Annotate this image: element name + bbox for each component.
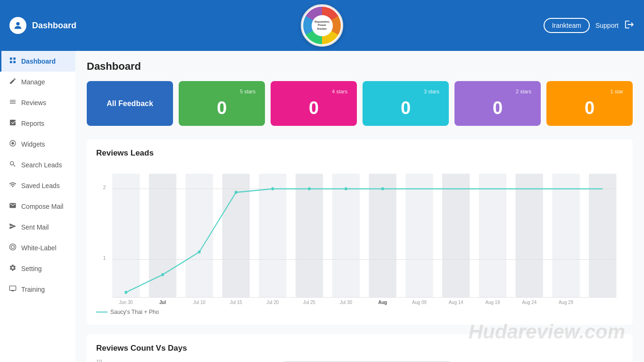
svg-point-7 (9, 244, 16, 250)
svg-rect-2 (13, 58, 16, 60)
compose-mail-icon (9, 202, 17, 211)
svg-rect-16 (296, 173, 323, 297)
sent-mail-icon (9, 222, 17, 232)
topbar-left: Dashboard (9, 17, 76, 34)
search-leads-icon (9, 160, 17, 170)
card-5stars-value: 0 (188, 98, 256, 118)
sidebar-label-reports: Reports (21, 120, 44, 127)
card-all-feedback[interactable]: All Feedback (87, 81, 173, 126)
card-1star-label: 1 star (556, 89, 623, 94)
page-title: Dashboard (87, 60, 633, 73)
svg-text:Aug 29: Aug 29 (559, 299, 573, 305)
sidebar-label-manage: Manage (21, 78, 45, 86)
white-label-icon (9, 243, 17, 253)
saved-leads-icon (9, 181, 17, 190)
svg-point-34 (345, 187, 347, 190)
chart-area: 2 1 (96, 164, 623, 305)
feedback-cards: All Feedback 5 stars 0 4 stars 0 3 stars… (87, 81, 633, 126)
training-icon (9, 285, 17, 294)
sidebar-item-compose-mail[interactable]: Compose Mail (0, 196, 75, 217)
sidebar-item-saved-leads[interactable]: Saved Leads (0, 175, 75, 196)
chart-legend-label: Saucy's Thai + Pho (110, 309, 159, 315)
svg-point-28 (124, 291, 127, 294)
sidebar-label-setting: Setting (21, 265, 42, 272)
sidebar-label-reviews: Reviews (21, 99, 46, 107)
sidebar-item-dashboard[interactable]: Dashboard (0, 51, 75, 72)
svg-text:Aug 09: Aug 09 (412, 299, 427, 305)
sidebar-label-search-leads: Search Leads (21, 161, 62, 169)
svg-point-6 (11, 142, 14, 144)
sidebar-label-training: Training (21, 286, 45, 293)
svg-rect-1 (10, 58, 12, 60)
card-3stars-label: 3 stars (372, 89, 439, 94)
svg-rect-20 (442, 173, 470, 297)
layout: Dashboard Manage Reviews Reports Widgets (0, 51, 644, 362)
logo-text: ReputationPowerRanker (312, 15, 333, 36)
svg-rect-15 (259, 173, 286, 297)
sidebar-item-manage[interactable]: Manage (0, 72, 75, 92)
svg-rect-3 (10, 61, 12, 63)
reviews-count-title: Reviews Count Vs Days (96, 344, 623, 353)
svg-text:1: 1 (103, 255, 106, 261)
svg-text:Jul 25: Jul 25 (303, 299, 315, 305)
legend-line (96, 312, 107, 313)
reviews-leads-chart: Reviews Leads 2 1 (87, 139, 633, 325)
card-4stars[interactable]: 4 stars 0 (271, 81, 357, 126)
svg-rect-4 (13, 61, 16, 63)
sidebar-item-reviews[interactable]: Reviews (0, 92, 75, 113)
sidebar-item-training[interactable]: Training (0, 279, 75, 300)
username-button[interactable]: Irankteam (544, 18, 590, 33)
main-content: Dashboard All Feedback 5 stars 0 4 stars… (75, 51, 644, 362)
card-5stars[interactable]: 5 stars 0 (179, 81, 265, 126)
svg-point-30 (198, 250, 201, 253)
sidebar-label-white-label: White-Label (21, 244, 57, 252)
svg-point-31 (235, 191, 238, 194)
widgets-icon (9, 140, 17, 149)
svg-rect-18 (369, 173, 396, 297)
logo-circle: ReputationPowerRanker (301, 4, 343, 47)
svg-text:Jul: Jul (159, 299, 166, 305)
sidebar-item-setting[interactable]: Setting (0, 258, 75, 279)
reviews-icon (9, 98, 17, 107)
sidebar-label-compose-mail: Compose Mail (21, 203, 63, 210)
svg-point-0 (16, 22, 19, 25)
sidebar-item-search-leads[interactable]: Search Leads (0, 155, 75, 175)
card-5stars-label: 5 stars (188, 89, 256, 94)
svg-text:2: 2 (103, 184, 106, 190)
reviews-count-chart: Reviews Count Vs Days 10 (87, 334, 633, 362)
card-1star-value: 0 (556, 98, 623, 118)
svg-text:Jul 20: Jul 20 (266, 299, 279, 305)
card-2stars[interactable]: 2 stars 0 (454, 81, 541, 126)
svg-text:Jun 30: Jun 30 (119, 299, 133, 305)
sidebar-item-sent-mail[interactable]: Sent Mail (0, 217, 75, 238)
sidebar-item-white-label[interactable]: White-Label (0, 238, 75, 258)
svg-point-35 (381, 187, 384, 190)
svg-rect-22 (516, 173, 543, 297)
svg-point-32 (271, 187, 274, 190)
logout-icon[interactable] (624, 19, 635, 32)
svg-rect-24 (589, 173, 616, 297)
manage-icon (9, 77, 17, 87)
sidebar-item-reports[interactable]: Reports (0, 113, 75, 134)
sidebar-label-widgets: Widgets (21, 140, 45, 148)
sidebar-label-sent-mail: Sent Mail (21, 223, 49, 231)
svg-rect-19 (405, 173, 433, 297)
sidebar-item-widgets[interactable]: Widgets (0, 134, 75, 155)
svg-point-33 (308, 187, 311, 190)
card-2stars-value: 0 (464, 98, 531, 118)
chart-legend: Saucy's Thai + Pho (96, 309, 623, 315)
svg-point-29 (161, 273, 164, 276)
card-2stars-label: 2 stars (464, 89, 531, 94)
card-4stars-value: 0 (280, 98, 347, 118)
svg-text:Jul 10: Jul 10 (193, 299, 206, 305)
svg-text:Aug: Aug (378, 299, 387, 305)
support-button[interactable]: Support (595, 22, 619, 29)
sidebar-label-dashboard: Dashboard (21, 58, 56, 65)
card-3stars[interactable]: 3 stars 0 (363, 81, 449, 126)
chart-svg: 2 1 (96, 164, 623, 305)
svg-text:Aug 19: Aug 19 (486, 299, 500, 305)
card-1star[interactable]: 1 star 0 (546, 81, 633, 126)
topbar-right: Irankteam Support (544, 18, 635, 33)
svg-rect-23 (552, 173, 579, 297)
reviews-leads-title: Reviews Leads (96, 148, 623, 158)
